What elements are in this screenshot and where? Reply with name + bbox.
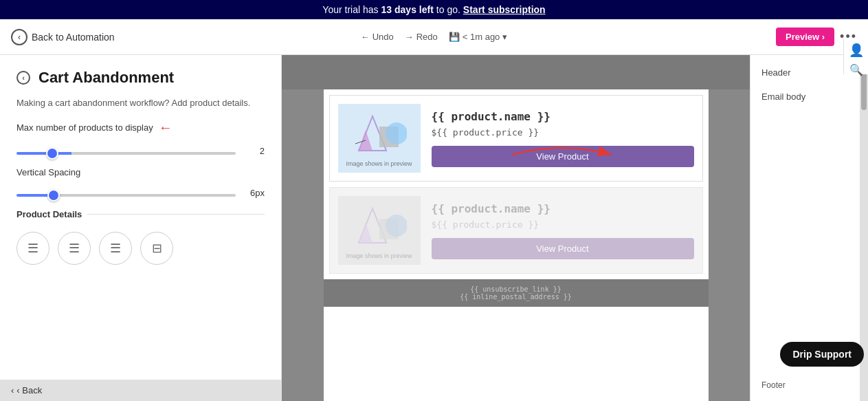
view-product-btn-1[interactable]: View Product xyxy=(432,146,694,167)
back-circle-icon: ‹ xyxy=(11,29,27,45)
max-products-red-arrow: ← xyxy=(159,120,173,136)
vertical-spacing-value: 6px xyxy=(244,188,265,198)
max-products-label: Max number of products to display ← xyxy=(16,120,265,136)
product-card-1: Image shows in preview {{ product.name }… xyxy=(329,95,703,182)
product-card-2: Image shows in preview {{ product.name }… xyxy=(329,187,703,274)
product-details-label-text: Product Details xyxy=(16,209,82,219)
drip-support-button[interactable]: Drip Support xyxy=(780,342,864,367)
right-panel-email-body[interactable]: Email body xyxy=(756,87,854,106)
product-icons-row: ☰ ☰ ☰ ⊟ xyxy=(16,232,265,265)
product-detail-icon-3[interactable]: ☰ xyxy=(99,232,132,265)
max-products-slider-container xyxy=(16,145,236,158)
vertical-spacing-slider-container xyxy=(16,187,236,199)
banner-text-prefix: Your trial has xyxy=(322,4,378,15)
right-panel-footer[interactable]: Footer xyxy=(756,378,854,393)
bottom-back-label: ‹ Back xyxy=(16,385,42,395)
canvas-scroll-area[interactable]: Image shows in preview {{ product.name }… xyxy=(282,89,750,401)
trial-banner: Your trial has 13 days left to go. Start… xyxy=(0,0,868,19)
view-product-btn-2[interactable]: View Product xyxy=(432,238,694,259)
max-products-slider-row: 2 xyxy=(16,145,265,158)
back-label: Back to Automation xyxy=(32,32,115,43)
product-details-label: Product Details xyxy=(16,209,265,219)
save-info[interactable]: 💾 < 1m ago ▾ xyxy=(449,32,508,42)
preview-label: Preview › xyxy=(786,32,825,42)
bottom-bar: ‹ ‹ Back xyxy=(0,380,281,401)
product-info-1: {{ product.name }} ${{ product.price }} … xyxy=(432,110,694,167)
sidebar-title: ‹ Cart Abandonment xyxy=(16,69,265,87)
product-price-2: ${{ product.price }} xyxy=(432,219,694,230)
product-image-2: Image shows in preview xyxy=(338,196,421,265)
canvas-footer: {{ unsubscribe_link }} {{ inline_postal_… xyxy=(324,279,709,307)
product-info-2: {{ product.name }} ${{ product.price }} … xyxy=(432,202,694,259)
search-icon-button[interactable]: 🔍 xyxy=(847,63,866,76)
bottom-back-button[interactable]: ‹ ‹ Back xyxy=(11,385,42,395)
start-subscription-link[interactable]: Start subscription xyxy=(463,4,546,15)
footer-postal: {{ inline_postal_address }} xyxy=(460,293,572,301)
vertical-spacing-slider-row: 6px xyxy=(16,187,265,199)
product-image-label-2: Image shows in preview xyxy=(346,252,412,259)
user-icon-button[interactable]: 👤 xyxy=(847,43,866,58)
save-chevron-icon: ▾ xyxy=(502,32,507,42)
sidebar-title-text: Cart Abandonment xyxy=(38,69,174,87)
preview-button[interactable]: Preview › xyxy=(776,28,834,46)
vertical-spacing-slider[interactable] xyxy=(16,194,236,197)
product-price-1: ${{ product.price }} xyxy=(432,127,694,138)
undo-arrow-icon: ← xyxy=(361,32,370,42)
product-image-1: Image shows in preview xyxy=(338,104,421,173)
redo-button[interactable]: → Redo xyxy=(405,32,438,42)
svg-point-3 xyxy=(386,122,407,144)
product-detail-icon-2[interactable]: ☰ xyxy=(58,232,91,265)
sidebar-description: Making a cart abandonment workflow? Add … xyxy=(16,96,265,110)
header-bar: ‹ Back to Automation ← Undo → Redo 💾 < 1… xyxy=(0,19,868,55)
center-canvas: Image shows in preview {{ product.name }… xyxy=(282,55,750,401)
product-detail-icon-4[interactable]: ⊟ xyxy=(140,232,173,265)
product-illustration-1 xyxy=(352,109,407,158)
svg-point-8 xyxy=(386,215,407,237)
product-name-2: {{ product.name }} xyxy=(432,202,694,215)
redo-label: Redo xyxy=(416,32,438,42)
save-disk-icon: 💾 xyxy=(449,32,460,42)
max-products-value: 2 xyxy=(244,146,265,156)
max-products-slider[interactable] xyxy=(16,152,236,155)
max-products-label-text: Max number of products to display xyxy=(16,122,153,133)
right-panel-header[interactable]: Header xyxy=(756,63,854,82)
product-detail-icon-1[interactable]: ☰ xyxy=(16,232,49,265)
product-name-1: {{ product.name }} xyxy=(432,110,694,123)
undo-button[interactable]: ← Undo xyxy=(361,32,394,42)
sidebar-toggle-button[interactable]: ‹ xyxy=(16,71,30,85)
banner-text-suffix: to go. xyxy=(436,4,460,15)
redo-arrow-icon: → xyxy=(405,32,414,42)
product-image-label-1: Image shows in preview xyxy=(346,160,412,167)
far-right-icons: 👤 🔍 xyxy=(843,39,868,74)
undo-label: Undo xyxy=(372,32,394,42)
main-layout: ‹ Cart Abandonment Making a cart abandon… xyxy=(0,55,868,401)
vertical-spacing-label: Vertical Spacing xyxy=(16,167,265,177)
header-center-actions: ← Undo → Redo 💾 < 1m ago ▾ xyxy=(361,32,508,42)
vertical-spacing-label-text: Vertical Spacing xyxy=(16,167,80,177)
canvas-email-body: Image shows in preview {{ product.name }… xyxy=(324,89,709,401)
svg-marker-6 xyxy=(359,222,372,243)
back-to-automation-link[interactable]: ‹ Back to Automation xyxy=(11,29,115,45)
bottom-back-chevron: ‹ xyxy=(11,385,14,395)
product-illustration-2 xyxy=(352,202,407,250)
left-sidebar: ‹ Cart Abandonment Making a cart abandon… xyxy=(0,55,282,401)
canvas-header xyxy=(282,55,750,89)
banner-days-bold: 13 days left xyxy=(381,4,434,15)
save-label: < 1m ago xyxy=(463,32,500,42)
footer-unsubscribe: {{ unsubscribe_link }} xyxy=(470,285,561,293)
